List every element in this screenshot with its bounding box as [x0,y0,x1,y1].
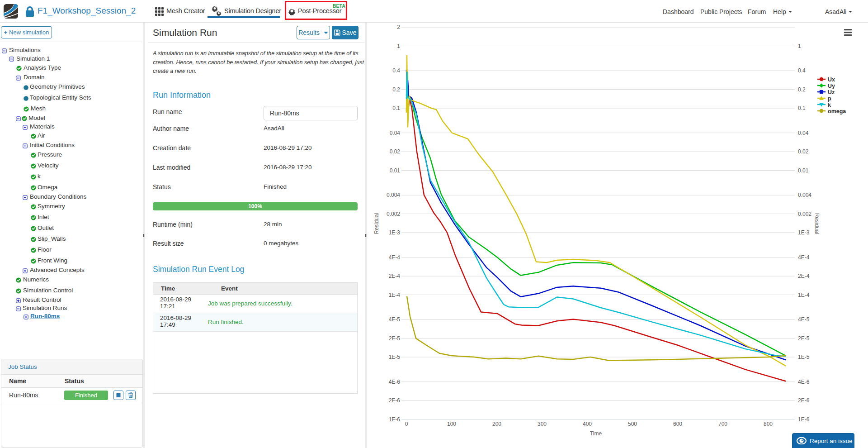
svg-text:omega: omega [828,108,846,114]
svg-text:0.02: 0.02 [798,148,809,155]
svg-text:2E-5: 2E-5 [389,335,401,342]
svg-text:Time: Time [590,430,602,437]
svg-text:800: 800 [764,421,773,427]
svg-text:0.2: 0.2 [392,86,400,93]
svg-text:1E-6: 1E-6 [389,416,401,423]
svg-text:300: 300 [538,421,547,427]
svg-text:1: 1 [397,43,400,49]
svg-text:k: k [828,102,831,108]
svg-text:2E-6: 2E-6 [389,397,401,404]
svg-text:4E-6: 4E-6 [798,379,810,385]
svg-text:0.04: 0.04 [390,130,401,136]
svg-text:0.004: 0.004 [387,192,400,198]
svg-text:4E-6: 4E-6 [389,379,401,385]
svg-text:0.4: 0.4 [392,67,400,74]
svg-text:0.002: 0.002 [387,211,400,217]
svg-text:0.01: 0.01 [798,167,809,174]
svg-text:1E-3: 1E-3 [798,229,810,236]
svg-text:Uy: Uy [828,83,835,89]
svg-text:0: 0 [405,421,408,427]
svg-text:1E-3: 1E-3 [389,229,401,236]
svg-text:700: 700 [718,421,727,427]
svg-text:4E-4: 4E-4 [798,254,810,261]
svg-text:0.4: 0.4 [798,67,806,74]
svg-text:0.01: 0.01 [390,167,401,174]
svg-text:1: 1 [798,43,801,49]
svg-text:2: 2 [397,24,400,30]
svg-text:1E-4: 1E-4 [389,292,401,298]
svg-text:0.02: 0.02 [390,148,401,155]
svg-text:1E-4: 1E-4 [798,292,810,298]
svg-text:2E-5: 2E-5 [798,335,810,342]
svg-text:4E-5: 4E-5 [389,316,401,323]
svg-text:1E-6: 1E-6 [798,416,810,423]
svg-text:2E-6: 2E-6 [798,397,810,404]
svg-text:400: 400 [583,421,592,427]
svg-text:1E-5: 1E-5 [798,354,810,360]
svg-text:0.2: 0.2 [798,86,806,93]
svg-text:0.1: 0.1 [798,105,806,111]
svg-text:Uz: Uz [828,89,835,95]
svg-text:0.1: 0.1 [392,105,400,111]
svg-text:Residual: Residual [814,213,820,234]
svg-text:p: p [828,95,831,102]
svg-text:100: 100 [447,421,456,427]
svg-text:2E-4: 2E-4 [798,273,810,279]
svg-text:4E-4: 4E-4 [389,254,401,261]
svg-text:Residual: Residual [373,213,380,234]
svg-text:0.002: 0.002 [798,211,811,217]
svg-text:200: 200 [492,421,501,427]
svg-text:0.004: 0.004 [798,192,811,198]
svg-text:2E-4: 2E-4 [389,273,401,279]
svg-text:1E-5: 1E-5 [389,354,401,360]
svg-text:0.04: 0.04 [798,130,809,136]
svg-text:Ux: Ux [828,76,835,83]
svg-text:600: 600 [673,421,682,427]
svg-text:500: 500 [628,421,637,427]
svg-text:4E-5: 4E-5 [798,316,810,323]
